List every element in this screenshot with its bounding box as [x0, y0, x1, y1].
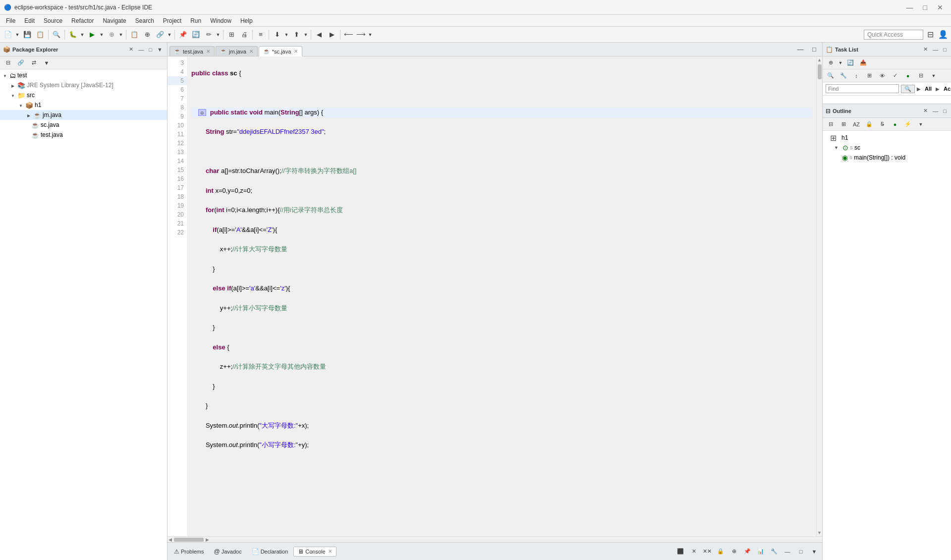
console-new[interactable]: ⊕: [728, 546, 740, 558]
tree-item-test[interactable]: 🗂 test: [0, 70, 167, 80]
run-combo[interactable]: ▶ ▼: [86, 29, 105, 41]
extra-button[interactable]: ✏: [203, 29, 215, 41]
run-button[interactable]: ▶: [86, 29, 98, 41]
editor-minimize-btn[interactable]: —: [794, 43, 806, 55]
nav-prev-btn[interactable]: ⬇: [271, 29, 283, 41]
pin-editor[interactable]: 📌: [177, 29, 189, 41]
extra-combo[interactable]: ✏ ▼: [203, 29, 221, 41]
menu-source[interactable]: Source: [40, 16, 66, 25]
outline-min[interactable]: —: [931, 108, 940, 114]
outline-hide-static[interactable]: S̶: [876, 118, 888, 130]
task-find-right1[interactable]: ▶: [917, 86, 921, 92]
quick-access-box[interactable]: Quick Access: [864, 30, 923, 40]
sync-button[interactable]: 🔄: [190, 29, 202, 41]
save-button[interactable]: 💾: [21, 29, 33, 41]
console-b2[interactable]: 🔧: [768, 546, 780, 558]
pe-collapse-btn[interactable]: ⊟: [2, 57, 14, 69]
console-clear-btn[interactable]: ✕: [688, 546, 700, 558]
scroll-down-arrow[interactable]: ▼: [817, 530, 822, 535]
debug-icon[interactable]: 🐛: [67, 29, 79, 41]
pe-link-btn[interactable]: 🔗: [15, 57, 27, 69]
coverage-button[interactable]: ⊕: [106, 29, 117, 41]
debug-combo[interactable]: 🐛 ▼: [67, 29, 85, 41]
task-find-input[interactable]: [826, 84, 899, 93]
nav-next-dropdown[interactable]: ▼: [303, 29, 309, 41]
menu-edit[interactable]: Edit: [20, 16, 39, 25]
outline-sync[interactable]: ●: [889, 118, 901, 130]
bottom-tab-declaration[interactable]: 📄 Declaration: [247, 547, 293, 557]
task-filter-ac[interactable]: Ac...: [942, 86, 951, 92]
outline-hide-nonpub[interactable]: 🔒: [863, 118, 875, 130]
code-content[interactable]: public class sc { ⊖ public static void m…: [187, 56, 816, 536]
maximize-button[interactable]: □: [919, 2, 931, 12]
print-button[interactable]: 🖨: [238, 29, 250, 41]
extern-combo[interactable]: 🔗 ▼: [154, 29, 172, 41]
tree-arrow-jm[interactable]: [26, 112, 32, 118]
tree-item-sc-java[interactable]: ☕ sc.java: [0, 120, 167, 130]
menu-search[interactable]: Search: [131, 16, 158, 25]
console-clear2-btn[interactable]: ✕✕: [701, 546, 713, 558]
nav-prev[interactable]: ⬇ ▼: [271, 29, 289, 41]
pe-menu-btn[interactable]: ▼: [156, 46, 164, 53]
outline-sort-alpha[interactable]: AZ: [850, 118, 862, 130]
task-menu[interactable]: ▼: [928, 70, 940, 82]
format-button[interactable]: ⊞: [225, 29, 237, 41]
run-dropdown[interactable]: ▼: [99, 29, 105, 41]
user-btn[interactable]: 👤: [937, 29, 949, 41]
task-collapse[interactable]: ⊟: [915, 70, 927, 82]
outline-item-main[interactable]: ◉ S main(String[]) : void: [825, 153, 949, 163]
forward-btn[interactable]: ▶: [326, 29, 338, 41]
perspective-btn[interactable]: ⊟: [924, 29, 936, 41]
bottom-tab-javadoc[interactable]: @ Javadoc: [209, 547, 246, 557]
new-file-combo[interactable]: 📄 ▼: [2, 29, 20, 41]
debug-dropdown[interactable]: ▼: [79, 29, 85, 41]
coverage-combo[interactable]: ⊕ ▼: [106, 29, 124, 41]
menu-navigate[interactable]: Navigate: [99, 16, 130, 25]
tree-item-test-java[interactable]: ☕ test.java: [0, 130, 167, 140]
tree-item-jre[interactable]: 📚 JRE System Library [JavaSE-12]: [0, 80, 167, 90]
close-button[interactable]: ✕: [933, 2, 947, 12]
tree-arrow-h1[interactable]: [18, 103, 24, 108]
console-menu[interactable]: ▼: [808, 546, 820, 558]
outline-collapse-all[interactable]: ⊞: [838, 118, 849, 130]
tree-arrow-src[interactable]: [10, 93, 16, 98]
task-filter2[interactable]: 🔧: [838, 70, 849, 82]
task-filter1[interactable]: 🔍: [825, 70, 837, 82]
task-new[interactable]: ⊕: [825, 57, 837, 69]
coverage-dropdown[interactable]: ▼: [118, 29, 124, 41]
tab-sc-java[interactable]: ☕ *sc.java ✕: [259, 46, 303, 56]
tab-test-java-close[interactable]: ✕: [206, 49, 210, 54]
tree-item-h1[interactable]: 📦 h1: [0, 100, 167, 110]
editor-maximize-btn[interactable]: □: [808, 43, 820, 55]
console-max[interactable]: □: [795, 546, 807, 558]
task-new-dropdown[interactable]: ▼: [838, 57, 843, 69]
tree-item-src[interactable]: 📁 src: [0, 90, 167, 100]
back-btn[interactable]: ◀: [313, 29, 325, 41]
menu-help[interactable]: Help: [236, 16, 257, 25]
tree-arrow-test[interactable]: [2, 73, 8, 78]
save-all-button[interactable]: 📋: [34, 29, 46, 41]
pe-minimize-btn[interactable]: —: [137, 46, 145, 53]
tree-arrow-jre[interactable]: [10, 83, 16, 88]
extern-dropdown[interactable]: ▼: [167, 29, 172, 41]
tab-sc-java-close[interactable]: ✕: [294, 49, 298, 54]
outline-item-h1[interactable]: ⊞ h1: [825, 133, 949, 143]
tab-test-java[interactable]: ☕ test.java ✕: [169, 46, 215, 56]
task-hide[interactable]: 👁: [876, 70, 888, 82]
titlebar-controls[interactable]: — □ ✕: [902, 2, 947, 12]
console-min[interactable]: —: [782, 546, 793, 558]
hist-dropdown[interactable]: ▼: [367, 29, 373, 41]
extra-dropdown[interactable]: ▼: [215, 29, 221, 41]
menu-window[interactable]: Window: [206, 16, 235, 25]
nav-next-btn[interactable]: ⬆: [290, 29, 302, 41]
menu-refactor[interactable]: Refactor: [67, 16, 98, 25]
outline-expand-sc[interactable]: ▼: [834, 145, 839, 150]
console-b1[interactable]: 📊: [755, 546, 767, 558]
bottom-tab-problems[interactable]: ⚠ Problems: [169, 547, 208, 557]
pe-maximize-btn[interactable]: □: [147, 46, 154, 53]
task-refresh[interactable]: 🔄: [844, 57, 856, 69]
vertical-scrollbar[interactable]: ▲ ▼: [816, 56, 822, 536]
task-list-close[interactable]: ✕: [922, 46, 929, 53]
task-complete[interactable]: ✓: [889, 70, 901, 82]
task-group[interactable]: ⊞: [863, 70, 875, 82]
